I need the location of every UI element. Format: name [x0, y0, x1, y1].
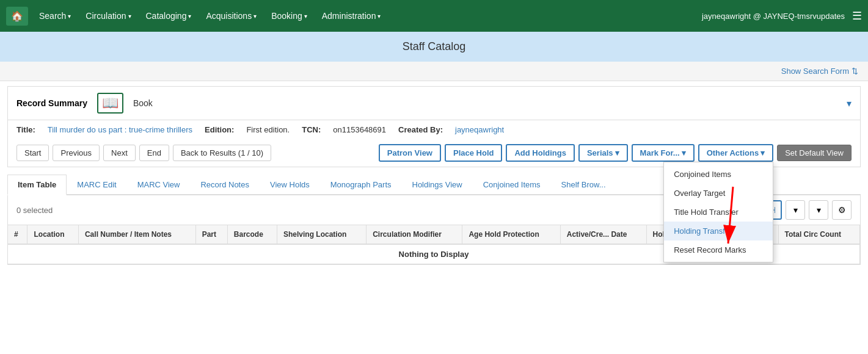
sort-icon: ▾ — [817, 205, 821, 215]
nav-item-acquisitions[interactable]: Acquisitions ▾ — [200, 7, 263, 24]
tab-item-table[interactable]: Item Table — [7, 175, 67, 195]
circulation-dropdown-arrow: ▾ — [128, 13, 131, 20]
record-summary-label: Record Summary — [16, 98, 87, 108]
selected-count: 0 selected — [16, 206, 53, 215]
record-summary-collapse[interactable]: ▾ — [847, 98, 852, 109]
serials-dropdown-arrow: ▾ — [615, 148, 619, 157]
tab-holdings-view[interactable]: Holdings View — [402, 175, 473, 194]
other-actions-dropdown: Conjoined Items Overlay Target Title Hol… — [663, 162, 773, 262]
tab-marc-edit[interactable]: MARC Edit — [67, 175, 126, 194]
table-dropdown-arrow: ▾ — [793, 205, 798, 215]
gear-icon: ⚙ — [838, 205, 846, 215]
col-shelving: Shelving Location — [277, 225, 366, 244]
edition-value: First edition. — [246, 125, 290, 134]
edition-label: Edition: — [205, 125, 234, 134]
end-button[interactable]: End — [139, 145, 169, 161]
dropdown-icon-button[interactable]: ▾ — [786, 200, 805, 220]
show-search-form-toggle[interactable]: Show Search Form ⇅ — [781, 67, 858, 76]
patron-view-button[interactable]: Patron View — [379, 144, 441, 162]
created-by-label: Created By: — [398, 125, 443, 134]
add-holdings-button[interactable]: Add Holdings — [506, 144, 575, 162]
sort-icon-button[interactable]: ▾ — [809, 200, 828, 220]
tcn-label: TCN: — [302, 125, 321, 134]
nav-item-booking[interactable]: Booking ▾ — [265, 7, 313, 24]
nav-item-search[interactable]: Search ▾ — [33, 7, 77, 24]
settings-icon-button[interactable]: ⚙ — [832, 200, 852, 220]
other-actions-container: Other Actions ▾ Conjoined Items Overlay … — [698, 144, 773, 162]
page-header: Staff Catalog — [0, 32, 868, 62]
set-default-view-button[interactable]: Set Default View — [777, 145, 852, 161]
title-label: Title: — [16, 125, 35, 134]
col-active-date: Active/Cre... Date — [560, 225, 646, 244]
tab-marc-view[interactable]: MARC View — [127, 175, 191, 194]
record-type: Book — [133, 98, 153, 108]
title-value[interactable]: Till murder do us part : true-crime thri… — [48, 125, 192, 134]
main-content: Record Summary 📖 Book ▾ Title: Till murd… — [0, 86, 868, 265]
col-number: # — [8, 225, 27, 244]
dropdown-item-reset[interactable]: Reset Record Marks — [664, 240, 773, 259]
mark-for-dropdown-arrow: ▾ — [682, 148, 686, 157]
title-row: Title: Till murder do us part : true-cri… — [7, 120, 861, 139]
previous-button[interactable]: Previous — [53, 145, 100, 161]
action-row: Start Previous Next End Back to Results … — [7, 139, 861, 167]
administration-dropdown-arrow: ▾ — [377, 13, 381, 20]
search-dropdown-arrow: ▾ — [68, 13, 71, 20]
mark-for-button[interactable]: Mark For... ▾ — [632, 144, 695, 162]
tab-monograph-parts[interactable]: Monograph Parts — [320, 175, 402, 194]
home-button[interactable]: 🏠 — [6, 7, 28, 26]
record-summary-bar: Record Summary 📖 Book ▾ — [7, 86, 861, 120]
action-right-group: Patron View Place Hold Add Holdings Seri… — [379, 144, 852, 162]
dropdown-item-title-hold[interactable]: Title Hold Transfer — [664, 203, 773, 222]
dropdown-item-conjoined[interactable]: Conjoined Items — [664, 165, 773, 184]
col-barcode: Barcode — [227, 225, 277, 244]
col-location: Location — [27, 225, 78, 244]
book-icon: 📖 — [97, 93, 123, 114]
tcn-value: on1153648691 — [333, 125, 386, 134]
hamburger-menu[interactable]: ☰ — [852, 9, 862, 23]
top-navigation: 🏠 Search ▾ Circulation ▾ Cataloging ▾ Ac… — [0, 0, 868, 32]
nav-user-area: jayneqawright @ JAYNEQ-tmsrvupdates ☰ — [702, 9, 862, 23]
col-circ-modifier: Circulation Modifier — [367, 225, 462, 244]
other-actions-dropdown-arrow: ▾ — [760, 148, 765, 157]
start-button[interactable]: Start — [16, 145, 49, 161]
back-results-button[interactable]: Back to Results (1 / 10) — [173, 145, 271, 161]
nav-item-administration[interactable]: Administration ▾ — [316, 7, 387, 24]
place-hold-button[interactable]: Place Hold — [445, 144, 502, 162]
username-display: jayneqawright @ JAYNEQ-tmsrvupdates — [702, 12, 845, 21]
other-actions-button[interactable]: Other Actions ▾ — [698, 144, 773, 162]
col-part: Part — [195, 225, 227, 244]
sort-arrows-icon: ⇅ — [852, 67, 858, 76]
serials-button[interactable]: Serials ▾ — [578, 144, 628, 162]
tab-view-holds[interactable]: View Holds — [260, 175, 320, 194]
search-form-bar: Show Search Form ⇅ — [0, 62, 868, 81]
tab-record-notes[interactable]: Record Notes — [190, 175, 259, 194]
dropdown-item-holding-transfer[interactable]: Holding Transfer — [664, 222, 773, 240]
acquisitions-dropdown-arrow: ▾ — [253, 13, 257, 20]
booking-dropdown-arrow: ▾ — [304, 13, 307, 20]
nav-item-circulation[interactable]: Circulation ▾ — [79, 7, 137, 24]
col-age-hold: Age Hold Protection — [462, 225, 560, 244]
cataloging-dropdown-arrow: ▾ — [188, 13, 191, 20]
col-total-circ: Total Circ Count — [778, 225, 859, 244]
nav-item-cataloging[interactable]: Cataloging ▾ — [140, 7, 198, 24]
mark-for-container: Mark For... ▾ — [632, 144, 695, 162]
next-button[interactable]: Next — [103, 145, 136, 161]
page-title: Staff Catalog — [403, 40, 466, 52]
col-call-number: Call Number / Item Notes — [78, 225, 195, 244]
dropdown-item-overlay[interactable]: Overlay Target — [664, 184, 773, 203]
created-by-value[interactable]: jayneqawright — [455, 125, 504, 134]
tab-conjoined-items[interactable]: Conjoined Items — [473, 175, 551, 194]
tab-shelf-browse[interactable]: Shelf Brow... — [551, 175, 616, 194]
